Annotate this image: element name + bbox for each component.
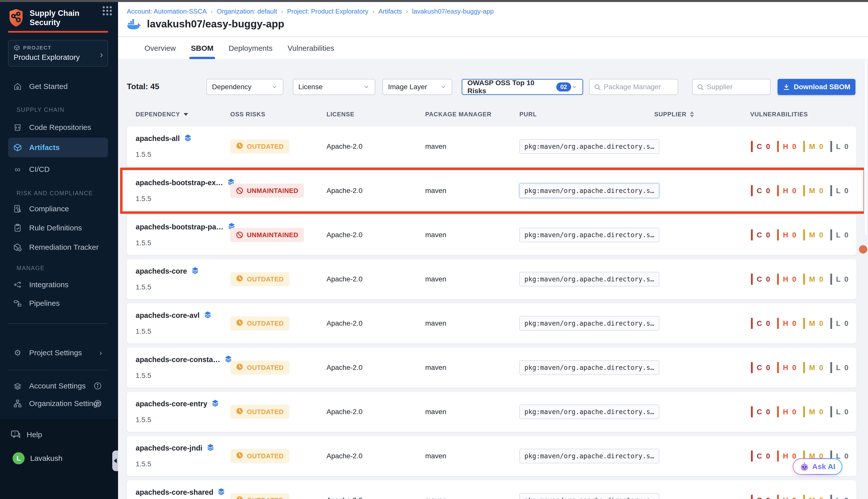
owasp-risks-filter-select[interactable]: OWASP OSS Top 10 Risks 02 [462, 79, 583, 95]
table-row[interactable]: apacheds-core-avl 1.5.5 [127, 303, 856, 343]
medium-bar [803, 495, 805, 499]
table-row[interactable]: apacheds-core-shared 1.5.5 [127, 480, 856, 499]
ask-ai-button[interactable]: Ask AI [793, 458, 842, 475]
column-oss-risks[interactable]: OSS RISKS [230, 111, 265, 118]
tab-deployments[interactable]: Deployments [228, 37, 273, 59]
purl-value[interactable]: pkg:maven/org.apache.directory.s… [519, 404, 659, 419]
critical-bar [751, 451, 753, 462]
layers-icon[interactable] [211, 399, 219, 408]
medium-count: M 0 [803, 495, 830, 499]
purl-value[interactable]: pkg:maven/org.apache.directory.s… [519, 493, 659, 499]
risk-badge: UNMAINTAINED [230, 184, 304, 198]
high-count: H 0 [777, 185, 803, 196]
purl-value[interactable]: pkg:maven/org.apache.directory.s… [519, 228, 659, 242]
purl-value[interactable]: pkg:maven/org.apache.directory.s… [519, 449, 659, 463]
license-filter-select[interactable]: License [293, 79, 375, 95]
column-dependency[interactable]: DEPENDENCY [136, 111, 188, 118]
sidebar-item-code-repositories[interactable]: Code Repositories [8, 120, 108, 135]
infinity-icon: ∞ [13, 164, 23, 174]
sidebar-item-label: Help [27, 430, 42, 439]
sidebar-item-account-settings[interactable]: Account Settings [8, 379, 108, 393]
package-manager-cell: maven [425, 364, 446, 372]
sidebar-item-help[interactable]: ? Help [10, 429, 42, 440]
table-row[interactable]: apacheds-core 1.5.5 [127, 259, 856, 299]
module-grid-icon[interactable] [102, 5, 112, 16]
sidebar-item-project-settings[interactable]: ⚙ Project Settings › [8, 345, 108, 360]
column-purl[interactable]: PURL [519, 111, 537, 118]
layers-icon[interactable] [207, 443, 214, 452]
account-stack-icon [13, 381, 23, 391]
column-package-manager[interactable]: PACKAGE MANAGER [425, 111, 492, 118]
breadcrumb-current[interactable]: lavakush07/easy-buggy-app [412, 8, 494, 15]
clipboard-check-icon [13, 223, 23, 233]
column-supplier[interactable]: SUPPLIER [654, 111, 694, 118]
sidebar-item-label: Integrations [29, 280, 69, 289]
sidebar-item-integrations[interactable]: Integrations [8, 277, 108, 292]
layers-icon[interactable] [217, 488, 225, 497]
column-vulnerabilities[interactable]: VULNERABILITIES [750, 111, 808, 118]
purl-value[interactable]: pkg:maven/org.apache.directory.s… [519, 272, 659, 287]
critical-count: C 0 [751, 362, 777, 373]
sidebar-item-label: Artifacts [29, 143, 60, 152]
purl-value[interactable]: pkg:maven/org.apache.directory.s… [519, 139, 659, 154]
sidebar-collapse-handle[interactable] [112, 451, 118, 471]
download-sbom-button[interactable]: Download SBOM [778, 79, 855, 95]
tab-overview[interactable]: Overview [145, 37, 176, 59]
docker-icon [127, 19, 141, 30]
select-label: Image Layer [388, 83, 427, 91]
table-row[interactable]: apacheds-bootstrap-pa… 1.5.5 [127, 215, 856, 255]
breadcrumb-account[interactable]: Account: Automation-SSCA [127, 8, 207, 15]
dependency-cell: apacheds-bootstrap-pa… 1.5.5 [136, 222, 236, 247]
breadcrumb-project[interactable]: Project: Product Exploratory [287, 8, 369, 15]
sidebar-item-rule-definitions[interactable]: Rule Definitions [8, 221, 108, 235]
low-count: L 0 [830, 273, 855, 285]
table-row[interactable]: apacheds-all 1.5.5 [127, 126, 856, 167]
integrations-icon [13, 280, 23, 290]
tab-sbom[interactable]: SBOM [191, 37, 213, 59]
oss-risk-cell: UNMAINTAINED [230, 184, 304, 198]
breadcrumb-artifacts[interactable]: Artifacts [379, 8, 402, 15]
table-row[interactable]: apacheds-core-consta… 1.5.5 [127, 348, 856, 388]
purl-value[interactable]: pkg:maven/org.apache.directory.s… [519, 316, 659, 331]
critical-bar [751, 185, 753, 196]
layers-icon[interactable] [184, 134, 192, 143]
table-row[interactable]: apacheds-bootstrap-ex… 1.5.5 [127, 171, 856, 211]
image-layer-filter-select[interactable]: Image Layer [383, 79, 452, 95]
tab-vulnerabilities[interactable]: Vulnerabilities [288, 37, 334, 59]
info-icon[interactable] [94, 399, 102, 408]
dependency-filter-select[interactable]: Dependency [207, 79, 283, 95]
sidebar-item-label: CI/CD [29, 165, 50, 174]
project-selector[interactable]: PROJECT Product Exploratory › [8, 40, 108, 66]
info-icon[interactable] [94, 382, 102, 390]
pipelines-icon [13, 298, 23, 308]
main-area: Account: Automation-SSCA › Organization:… [118, 0, 868, 499]
dependency-name: apacheds-core-entry [136, 400, 207, 408]
supplier-input[interactable] [707, 80, 768, 95]
layers-icon[interactable] [191, 267, 199, 276]
breadcrumb-organization[interactable]: Organization: default [217, 8, 277, 15]
table-row[interactable]: apacheds-core-entry 1.5.5 [127, 392, 856, 432]
sidebar-item-cicd[interactable]: ∞ CI/CD [8, 162, 108, 177]
high-bar [777, 273, 779, 285]
user-menu[interactable]: L Lavakush [13, 452, 62, 464]
sidebar-item-get-started[interactable]: Get Started [8, 79, 108, 94]
package-manager-input[interactable] [604, 80, 675, 95]
sidebar-item-pipelines[interactable]: Pipelines [8, 296, 108, 311]
oss-risk-cell: UNMAINTAINED [230, 228, 304, 242]
sidebar-item-artifacts[interactable]: Artifacts [8, 138, 108, 157]
column-license[interactable]: LICENSE [326, 111, 355, 118]
sidebar-item-organization-settings[interactable]: Organization Settings [8, 396, 108, 411]
purl-value[interactable]: pkg:maven/org.apache.directory.s… [519, 183, 659, 198]
layers-icon[interactable] [204, 311, 212, 320]
app-screen: Supply Chain Security PROJECT Product Ex… [0, 0, 868, 499]
sidebar-item-compliance[interactable]: Compliance [8, 202, 108, 216]
dependency-version: 1.5.5 [136, 150, 192, 159]
scrollbar-thumb[interactable] [864, 60, 868, 236]
table-row[interactable]: apacheds-core-jndi 1.5.5 [127, 436, 856, 476]
purl-cell: pkg:maven/org.apache.directory.s… [519, 316, 659, 331]
purl-value[interactable]: pkg:maven/org.apache.directory.s… [519, 360, 659, 375]
sidebar-item-remediation-tracker[interactable]: Remediation Tracker [8, 240, 108, 255]
clock-icon [236, 451, 243, 461]
clock-icon [236, 496, 243, 499]
chevron-right-icon: › [100, 49, 103, 60]
